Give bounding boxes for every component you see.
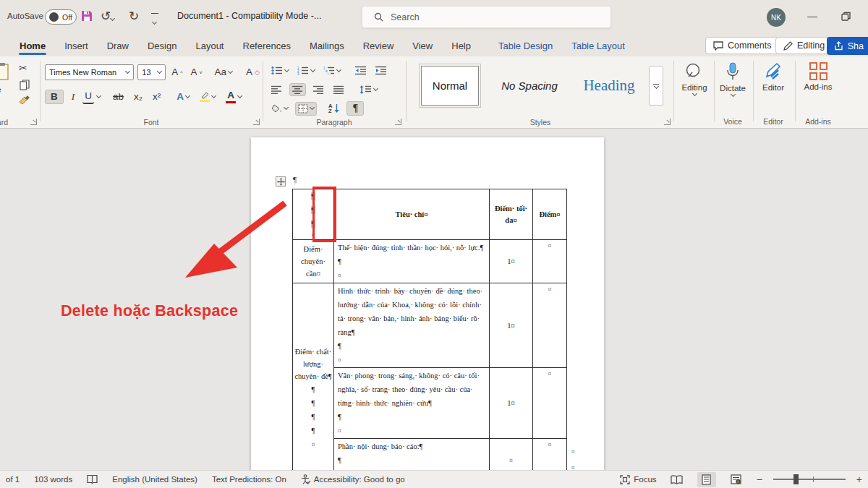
- autosave-toggle[interactable]: Off: [45, 9, 77, 25]
- undo-icon[interactable]: ↺: [101, 9, 114, 24]
- editing-menu-button[interactable]: Editing: [677, 62, 712, 95]
- criteria-cell[interactable]: Thể· hiện· đúng· tinh· thần· học· hỏi,· …: [334, 240, 490, 283]
- max-score-cell[interactable]: 1¤: [490, 368, 533, 439]
- show-hide-marks-button[interactable]: ¶: [346, 101, 364, 116]
- copy-icon[interactable]: [20, 80, 30, 90]
- font-color-button[interactable]: A: [224, 89, 244, 105]
- tab-mailings[interactable]: Mailings: [307, 35, 346, 56]
- cut-icon[interactable]: ✂: [19, 62, 27, 74]
- font-name-select[interactable]: Times New Roman: [45, 64, 134, 80]
- minimize-button[interactable]: —: [807, 10, 817, 22]
- paste-label-partial[interactable]: te: [0, 85, 1, 94]
- clear-formatting-button[interactable]: A◇: [244, 66, 262, 79]
- change-case-button[interactable]: Aa: [213, 66, 235, 79]
- web-layout-button[interactable]: i: [727, 472, 746, 487]
- strikethrough-button[interactable]: ab: [111, 90, 126, 103]
- decrease-indent-button[interactable]: [353, 64, 369, 77]
- bold-button[interactable]: B: [45, 90, 64, 104]
- tab-insert[interactable]: Insert: [62, 35, 90, 56]
- zoom-in-button[interactable]: +: [856, 474, 862, 485]
- page-indicator[interactable]: of 1: [6, 475, 20, 484]
- paragraph-dialog-launcher-icon[interactable]: [395, 119, 401, 125]
- shading-button[interactable]: [269, 103, 290, 115]
- word-count[interactable]: 103 words: [34, 475, 72, 484]
- editor-button[interactable]: Editor: [754, 62, 793, 92]
- tab-help[interactable]: Help: [449, 35, 473, 56]
- text-effects-button[interactable]: A: [174, 90, 192, 103]
- tab-home[interactable]: Home: [17, 35, 48, 56]
- score-cell[interactable]: ¤: [533, 240, 567, 283]
- read-mode-button[interactable]: [668, 472, 686, 487]
- share-button[interactable]: Sha: [827, 37, 868, 55]
- print-layout-button[interactable]: [697, 472, 716, 487]
- text-predictions[interactable]: Text Predictions: On: [212, 475, 286, 484]
- save-icon[interactable]: [81, 10, 93, 22]
- tab-table-layout[interactable]: Table Layout: [569, 35, 627, 56]
- align-center-button[interactable]: [289, 83, 306, 96]
- criteria-cell[interactable]: Văn· phong· trong· sáng,· không· có· câu…: [334, 368, 490, 439]
- align-right-button[interactable]: [311, 84, 326, 95]
- max-score-cell[interactable]: ¤: [490, 439, 533, 471]
- tab-references[interactable]: References: [241, 35, 293, 56]
- underline-button[interactable]: U: [82, 90, 94, 104]
- increase-indent-button[interactable]: [373, 64, 389, 77]
- zoom-slider[interactable]: [773, 479, 846, 480]
- styles-dialog-launcher-icon[interactable]: [664, 119, 671, 125]
- multilevel-list-button[interactable]: 1ai: [321, 64, 343, 77]
- row-label-attendance[interactable]: Điểm· chuyên· cần¤: [293, 240, 334, 283]
- superscript-button[interactable]: x²: [150, 90, 163, 103]
- max-score-cell[interactable]: 1¤: [490, 240, 533, 283]
- tab-review[interactable]: Review: [361, 35, 396, 56]
- format-painter-icon[interactable]: [19, 95, 30, 106]
- tab-design[interactable]: Design: [145, 35, 179, 56]
- tab-layout[interactable]: Layout: [193, 35, 226, 56]
- document-page[interactable]: ¶ ¶ ¶ ¶ ¤ Tiêu· chí¤ Điểm· tối· đa¤ Điểm…: [251, 137, 604, 470]
- paste-icon[interactable]: [0, 62, 12, 81]
- tab-draw[interactable]: Draw: [105, 35, 131, 56]
- table-move-handle[interactable]: [276, 176, 286, 187]
- highlight-button[interactable]: [197, 90, 218, 104]
- bullets-button[interactable]: [269, 64, 291, 77]
- criteria-cell[interactable]: Hình· thức· trình· bày· chuyên· đề· đúng…: [334, 283, 490, 368]
- score-cell[interactable]: ¤: [533, 283, 567, 368]
- tab-view[interactable]: View: [410, 35, 435, 56]
- comments-button[interactable]: Comments: [705, 37, 779, 54]
- add-ins-button[interactable]: Add-ins: [797, 62, 839, 91]
- align-left-button[interactable]: [269, 84, 284, 95]
- qat-customize-icon[interactable]: [151, 13, 158, 27]
- font-dialog-launcher-icon[interactable]: [253, 119, 260, 125]
- score-cell[interactable]: ¤: [533, 368, 567, 439]
- grow-font-button[interactable]: A^: [169, 66, 184, 79]
- justify-button[interactable]: [331, 84, 346, 95]
- line-spacing-button[interactable]: [357, 84, 380, 95]
- font-size-select[interactable]: 13: [137, 64, 166, 80]
- restore-button[interactable]: [841, 12, 851, 21]
- subscript-button[interactable]: x₂: [132, 90, 145, 103]
- search-input[interactable]: Search: [362, 6, 611, 28]
- max-score-cell[interactable]: 1¤: [490, 283, 533, 368]
- borders-button[interactable]: [295, 102, 317, 116]
- score-cell[interactable]: ¤: [533, 439, 567, 471]
- shrink-font-button[interactable]: A˅: [188, 66, 204, 79]
- header-max-score[interactable]: Điểm· tối· đa¤: [490, 189, 533, 240]
- language-indicator[interactable]: English (United States): [112, 475, 197, 484]
- dictate-button[interactable]: Dictate: [715, 62, 751, 96]
- accessibility-status[interactable]: Accessibility: Good to go: [301, 474, 405, 484]
- header-score[interactable]: Điểm¤: [533, 189, 567, 240]
- style-normal[interactable]: Normal: [421, 66, 479, 106]
- proofing-icon[interactable]: [87, 474, 98, 484]
- sort-button[interactable]: AZ: [326, 102, 341, 115]
- numbering-button[interactable]: 123: [295, 64, 317, 77]
- redo-icon[interactable]: ↻: [129, 9, 139, 24]
- zoom-out-button[interactable]: −: [757, 474, 762, 485]
- clipboard-dialog-launcher-icon[interactable]: [30, 119, 37, 125]
- avatar[interactable]: NK: [767, 8, 786, 27]
- italic-button[interactable]: I: [69, 90, 77, 103]
- focus-button[interactable]: Focus: [620, 475, 656, 484]
- header-criteria[interactable]: Tiêu· chí¤: [334, 189, 490, 240]
- styles-more-button[interactable]: [649, 66, 663, 106]
- tab-table-design[interactable]: Table Design: [496, 35, 555, 56]
- row-label-quality[interactable]: Điểm· chất· lượng· chuyên· đề¶ ¶¶¶¶¤: [293, 283, 334, 471]
- style-heading[interactable]: Heading: [573, 66, 645, 106]
- style-no-spacing[interactable]: No Spacing: [489, 66, 570, 106]
